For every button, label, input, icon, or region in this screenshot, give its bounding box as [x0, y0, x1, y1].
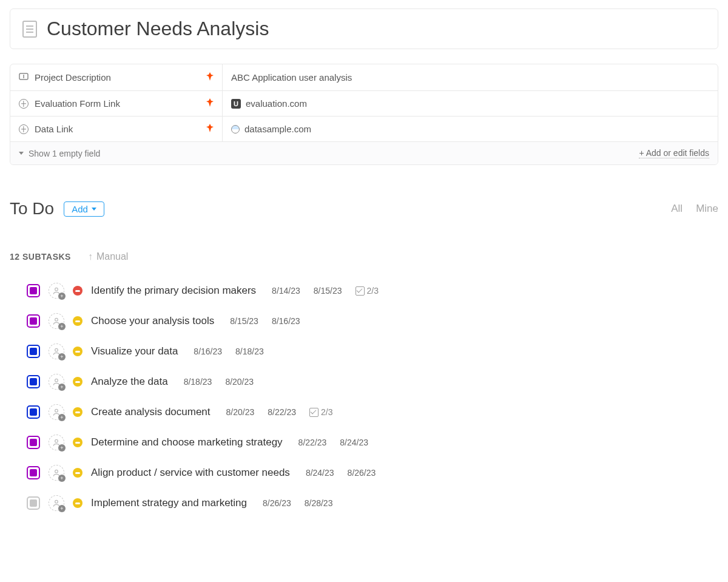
add-edit-fields-button[interactable]: + Add or edit fields — [639, 148, 709, 158]
plus-icon: + — [58, 353, 66, 360]
svg-point-2 — [55, 288, 58, 291]
assignee-add-button[interactable]: + — [49, 465, 64, 481]
end-date[interactable]: 8/16/23 — [272, 316, 300, 326]
filter-mine[interactable]: Mine — [696, 203, 718, 215]
assignee-add-button[interactable]: + — [49, 374, 64, 390]
svg-point-6 — [55, 409, 58, 412]
plus-icon: + — [58, 293, 66, 300]
status-checkbox[interactable] — [27, 466, 40, 479]
plus-icon: + — [58, 475, 66, 482]
svg-point-4 — [55, 348, 58, 351]
field-row: Project DescriptionABC Application user … — [10, 64, 718, 90]
checklist-count: 2/3 — [367, 286, 379, 296]
field-row: Evaluation Form LinkUevaluation.com — [10, 90, 718, 116]
start-date[interactable]: 8/26/23 — [263, 498, 291, 508]
status-checkbox[interactable] — [27, 405, 40, 419]
plus-icon: + — [58, 323, 66, 330]
plus-icon: + — [58, 414, 66, 421]
title-card: Customer Needs Analysis — [10, 8, 718, 49]
subtask-row[interactable]: +Choose your analysis tools8/15/238/16/2… — [27, 313, 718, 329]
field-value: ABC Application user analysis — [231, 72, 352, 83]
field-value-cell[interactable]: ABC Application user analysis — [223, 64, 718, 90]
subtask-row[interactable]: +Visualize your data8/16/238/18/23 — [27, 343, 718, 359]
field-row: Data Linkdatasample.com — [10, 116, 718, 141]
start-date[interactable]: 8/14/23 — [272, 286, 300, 296]
field-value: evaluation.com — [246, 98, 307, 109]
subtask-row[interactable]: +Align product / service with customer n… — [27, 465, 718, 481]
status-checkbox[interactable] — [27, 375, 40, 388]
start-date[interactable]: 8/22/23 — [298, 438, 327, 447]
field-value-cell[interactable]: Uevaluation.com — [223, 91, 718, 116]
start-date[interactable]: 8/20/23 — [226, 407, 255, 417]
subtask-row[interactable]: +Identify the primary decision makers8/1… — [27, 283, 718, 299]
custom-fields-panel: Project DescriptionABC Application user … — [10, 64, 718, 165]
globe-favicon-icon — [231, 125, 240, 134]
field-value: datasample.com — [244, 124, 311, 134]
end-date[interactable]: 8/22/23 — [268, 407, 296, 417]
globe-icon — [19, 99, 29, 109]
plus-icon: + — [58, 505, 66, 512]
field-label-cell[interactable]: Evaluation Form Link — [10, 91, 223, 116]
field-label-cell[interactable]: Data Link — [10, 117, 223, 141]
subtask-row[interactable]: +Determine and choose marketing strategy… — [27, 435, 718, 450]
checklist-counter[interactable]: 2/3 — [309, 407, 332, 417]
assignee-add-button[interactable]: + — [49, 283, 64, 299]
end-date[interactable]: 8/15/23 — [314, 286, 342, 296]
status-checkbox[interactable] — [27, 496, 40, 510]
status-checkbox[interactable] — [27, 284, 40, 297]
subtask-title[interactable]: Determine and choose marketing strategy — [91, 436, 283, 448]
priority-normal-icon[interactable] — [73, 377, 83, 387]
priority-normal-icon[interactable] — [73, 347, 83, 356]
start-date[interactable]: 8/24/23 — [306, 468, 334, 478]
subtask-title[interactable]: Create analysis document — [91, 406, 211, 418]
subtask-title[interactable]: Align product / service with customer ne… — [91, 467, 290, 479]
assignee-add-button[interactable]: + — [49, 404, 64, 420]
add-button[interactable]: Add — [64, 201, 104, 217]
subtask-row[interactable]: +Implement strategy and marketing8/26/23… — [27, 495, 718, 511]
subtask-title[interactable]: Analyze the data — [91, 376, 168, 388]
start-date[interactable]: 8/16/23 — [194, 347, 222, 356]
start-date[interactable]: 8/15/23 — [230, 316, 258, 326]
pin-icon[interactable] — [206, 124, 214, 134]
chevron-down-icon[interactable] — [19, 152, 24, 155]
show-empty-fields-toggle[interactable]: Show 1 empty field — [29, 149, 100, 158]
assignee-add-button[interactable]: + — [49, 435, 64, 450]
status-checkbox[interactable] — [27, 314, 40, 328]
end-date[interactable]: 8/20/23 — [225, 377, 254, 387]
priority-normal-icon[interactable] — [73, 407, 83, 417]
status-checkbox[interactable] — [27, 345, 40, 358]
checklist-counter[interactable]: 2/3 — [356, 286, 379, 296]
subtask-title[interactable]: Implement strategy and marketing — [91, 497, 247, 509]
subtask-title[interactable]: Identify the primary decision makers — [91, 285, 256, 297]
svg-point-9 — [55, 500, 58, 503]
end-date[interactable]: 8/18/23 — [235, 347, 264, 356]
sort-control[interactable]: ↑ Manual — [88, 251, 128, 262]
priority-normal-icon[interactable] — [73, 498, 83, 508]
start-date[interactable]: 8/18/23 — [184, 377, 212, 387]
priority-urgent-icon[interactable] — [73, 286, 83, 296]
priority-normal-icon[interactable] — [73, 468, 83, 478]
subtask-row[interactable]: +Analyze the data8/18/238/20/23 — [27, 374, 718, 390]
end-date[interactable]: 8/26/23 — [348, 468, 376, 478]
filter-all[interactable]: All — [671, 203, 682, 215]
assignee-add-button[interactable]: + — [49, 495, 64, 511]
subtask-title[interactable]: Visualize your data — [91, 345, 178, 357]
pin-icon[interactable] — [206, 98, 214, 109]
assignee-add-button[interactable]: + — [49, 313, 64, 329]
end-date[interactable]: 8/24/23 — [340, 438, 368, 447]
end-date[interactable]: 8/28/23 — [305, 498, 333, 508]
pin-icon[interactable] — [206, 72, 214, 83]
assignee-add-button[interactable]: + — [49, 343, 64, 359]
status-checkbox[interactable] — [27, 436, 40, 449]
field-label-cell[interactable]: Project Description — [10, 64, 223, 90]
field-value-cell[interactable]: datasample.com — [223, 117, 718, 141]
arrow-up-icon: ↑ — [88, 251, 93, 262]
page-title: Customer Needs Analysis — [47, 18, 269, 40]
subtask-row[interactable]: +Create analysis document8/20/238/22/232… — [27, 404, 718, 420]
fields-footer: Show 1 empty field + Add or edit fields — [10, 141, 718, 164]
subtasks-list: +Identify the primary decision makers8/1… — [10, 283, 718, 511]
priority-normal-icon[interactable] — [73, 438, 83, 447]
field-label: Project Description — [35, 72, 111, 83]
priority-normal-icon[interactable] — [73, 316, 83, 326]
subtask-title[interactable]: Choose your analysis tools — [91, 315, 214, 327]
